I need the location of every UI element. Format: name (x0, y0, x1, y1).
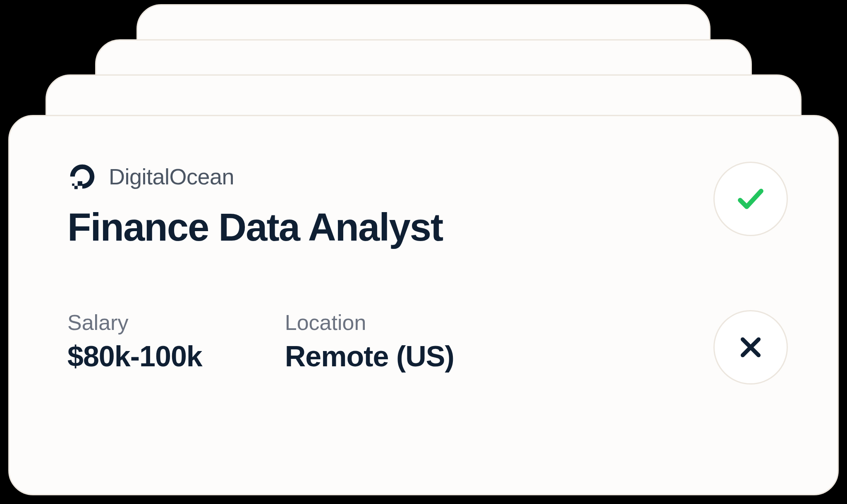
svg-rect-1 (74, 186, 78, 189)
accept-button[interactable] (713, 162, 788, 236)
svg-rect-2 (72, 184, 74, 186)
salary-label: Salary (67, 310, 202, 335)
salary-value: $80k-100k (67, 340, 202, 373)
location-label: Location (285, 310, 454, 335)
digitalocean-icon (67, 162, 97, 191)
svg-rect-0 (78, 181, 82, 186)
job-card-stack: DigitalOcean Finance Data Analyst Salary (0, 0, 847, 504)
company-name: DigitalOcean (109, 164, 234, 189)
location-block: Location Remote (US) (285, 310, 454, 373)
location-value: Remote (US) (285, 340, 454, 373)
company-row: DigitalOcean (67, 162, 713, 191)
job-card[interactable]: DigitalOcean Finance Data Analyst Salary (8, 115, 839, 495)
reject-button[interactable] (713, 310, 788, 385)
salary-block: Salary $80k-100k (67, 310, 202, 373)
job-title: Finance Data Analyst (67, 207, 713, 248)
close-icon (737, 334, 764, 361)
check-icon (735, 183, 766, 215)
